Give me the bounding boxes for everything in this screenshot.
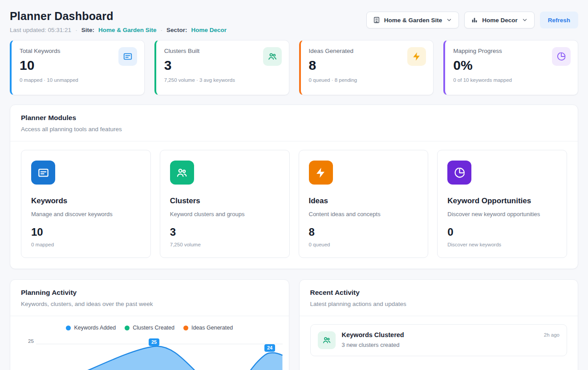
sector-link[interactable]: Home Decor	[191, 27, 227, 33]
site-dropdown[interactable]: Home & Garden Site	[366, 12, 459, 28]
recent-activity-list: Keywords Clustered 3 new clusters create…	[300, 316, 578, 364]
legend-dot-orange	[183, 326, 188, 330]
modules-grid: Keywords Manage and discover keywords 10…	[10, 141, 578, 269]
stat-card-mapping-progress: Mapping Progress 0% 0 of 10 keywords map…	[443, 40, 578, 95]
keywords-icon	[31, 161, 55, 185]
stat-caption: 7,250 volume · 3 avg keywords	[164, 77, 281, 83]
module-card-ideas[interactable]: Ideas Content ideas and concepts 8 0 que…	[299, 150, 429, 258]
page-title: Planner Dashboard	[10, 10, 227, 23]
site-label: Site:	[81, 27, 94, 33]
module-card-keywords[interactable]: Keywords Manage and discover keywords 10…	[21, 150, 151, 258]
clusters-icon	[318, 331, 336, 349]
last-updated-text: Last updated: 05:31:21	[10, 27, 71, 33]
module-value: 8	[309, 226, 418, 238]
header-left: Planner Dashboard Last updated: 05:31:21…	[10, 10, 227, 33]
planning-activity-header: Planning Activity Keywords, clusters, an…	[10, 280, 289, 316]
clusters-icon	[263, 47, 282, 66]
legend-dot-blue	[66, 326, 71, 330]
module-caption: 0 mapped	[31, 242, 141, 247]
module-title: Keywords	[31, 197, 141, 205]
sector-chart-icon	[471, 16, 478, 24]
recent-activity-card: Recent Activity Latest planning actions …	[299, 279, 579, 370]
site-link[interactable]: Home & Garden Site	[98, 27, 157, 33]
y-axis-tick: 25	[28, 338, 34, 344]
panel-subtitle: Latest planning actions and updates	[310, 301, 568, 307]
module-title: Ideas	[309, 197, 418, 205]
legend-label: Keywords Added	[74, 325, 116, 331]
legend-label: Clusters Created	[133, 325, 174, 331]
data-label-badge: 25	[149, 338, 159, 346]
panel-title: Planning Activity	[21, 289, 278, 297]
keywords-icon	[118, 47, 137, 66]
module-description: Manage and discover keywords	[31, 211, 141, 217]
sector-label: Sector:	[166, 27, 187, 33]
chevron-down-icon	[522, 17, 528, 23]
lightning-icon	[407, 47, 426, 66]
list-item[interactable]: Keywords Clustered 3 new clusters create…	[310, 324, 568, 356]
stat-caption: 0 of 10 keywords mapped	[453, 77, 570, 83]
panel-title: Recent Activity	[310, 289, 568, 297]
module-card-keyword-opportunities[interactable]: Keyword Opportunities Discover new keywo…	[437, 150, 567, 258]
chart-legend: Keywords Added Clusters Created Ideas Ge…	[10, 316, 289, 331]
module-card-clusters[interactable]: Clusters Keyword clusters and groups 3 7…	[160, 150, 290, 258]
area-chart: 25 25 24	[10, 337, 289, 370]
pie-chart-icon	[447, 161, 471, 185]
module-description: Discover new keyword opportunities	[447, 211, 557, 217]
legend-item-clusters-created: Clusters Created	[125, 325, 174, 331]
panel-subtitle: Keywords, clusters, and ideas over the p…	[21, 301, 278, 307]
module-caption: 0 queued	[309, 242, 418, 247]
panel-title: Planner Modules	[21, 114, 567, 122]
legend-item-keywords-added: Keywords Added	[66, 325, 116, 331]
clusters-icon	[170, 161, 194, 185]
module-value: 3	[170, 226, 280, 238]
planner-modules-panel: Planner Modules Access all planning tool…	[10, 105, 578, 269]
meta-line: Last updated: 05:31:21 · Site: Home & Ga…	[10, 27, 227, 33]
module-caption: Discover new keywords	[447, 242, 557, 247]
chevron-down-icon	[446, 17, 452, 23]
sector-dropdown[interactable]: Home Decor	[464, 12, 535, 28]
site-building-icon	[373, 16, 380, 24]
legend-item-ideas-generated: Ideas Generated	[183, 325, 233, 331]
activity-description: 3 new clusters created	[342, 342, 538, 348]
separator-dot: ·	[75, 27, 77, 33]
data-label-badge: 24	[264, 344, 275, 352]
module-caption: 7,250 volume	[170, 242, 280, 247]
module-value: 0	[447, 226, 557, 238]
bottom-row: Planning Activity Keywords, clusters, an…	[10, 279, 578, 370]
activity-text: Keywords Clustered 3 new clusters create…	[342, 331, 538, 348]
pie-chart-icon	[552, 47, 571, 66]
page-header: Planner Dashboard Last updated: 05:31:21…	[0, 0, 588, 33]
stats-row: Total Keywords 10 0 mapped · 10 unmapped…	[0, 33, 588, 95]
module-title: Clusters	[170, 197, 280, 205]
module-description: Keyword clusters and groups	[170, 211, 280, 217]
recent-activity-header: Recent Activity Latest planning actions …	[300, 280, 578, 316]
separator-dot: ·	[160, 27, 162, 33]
planner-modules-header: Planner Modules Access all planning tool…	[10, 105, 578, 141]
module-title: Keyword Opportunities	[447, 197, 557, 205]
stat-caption: 0 queued · 8 pending	[309, 77, 426, 83]
lightning-icon	[309, 161, 333, 185]
activity-title: Keywords Clustered	[342, 331, 538, 338]
legend-dot-green	[125, 326, 130, 330]
sector-dropdown-label: Home Decor	[482, 17, 518, 24]
stat-card-ideas-generated: Ideas Generated 8 0 queued · 8 pending	[299, 40, 434, 95]
site-dropdown-label: Home & Garden Site	[384, 17, 442, 24]
planning-activity-card: Planning Activity Keywords, clusters, an…	[10, 279, 289, 370]
stat-caption: 0 mapped · 10 unmapped	[20, 77, 136, 83]
module-description: Content ideas and concepts	[309, 211, 418, 217]
panel-subtitle: Access all planning tools and features	[21, 126, 567, 133]
activity-timestamp: 2h ago	[544, 331, 560, 338]
stat-card-total-keywords: Total Keywords 10 0 mapped · 10 unmapped	[10, 40, 145, 95]
stat-card-clusters-built: Clusters Built 3 7,250 volume · 3 avg ke…	[154, 40, 289, 95]
module-value: 10	[31, 226, 141, 238]
legend-label: Ideas Generated	[191, 325, 233, 331]
header-controls: Home & Garden Site Home Decor Refresh	[366, 12, 578, 28]
refresh-button[interactable]: Refresh	[540, 12, 578, 28]
